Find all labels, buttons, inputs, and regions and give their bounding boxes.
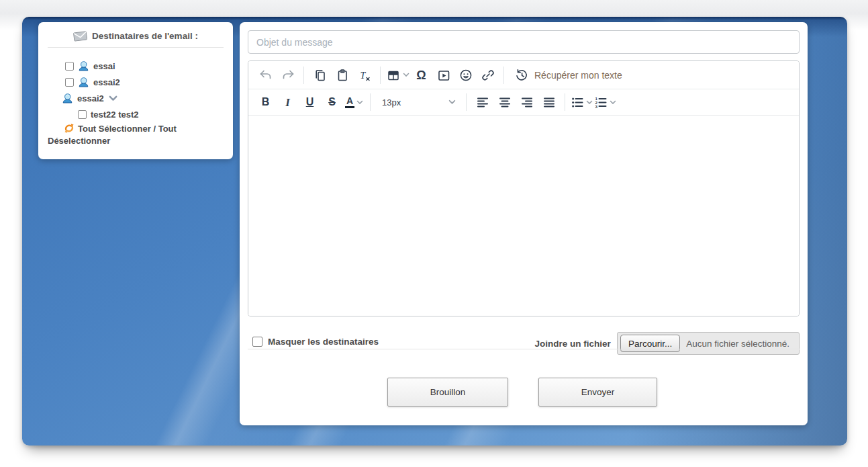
toolbar-separator: [466, 93, 467, 111]
omega-icon: Ω: [416, 69, 426, 81]
recipients-list: essai essai2 essai2 test22 test2: [38, 58, 233, 147]
editor-content-area[interactable]: [248, 116, 799, 316]
chevron-down-icon: [403, 73, 409, 77]
svg-text:3: 3: [595, 103, 598, 108]
font-color-icon: A: [345, 96, 354, 108]
recipient-checkbox[interactable]: [78, 110, 87, 119]
toolbar-separator: [303, 67, 304, 84]
recipient-group-label[interactable]: essai2: [77, 93, 104, 103]
recipients-divider: [48, 47, 224, 48]
align-center-icon: [498, 96, 512, 109]
underline-icon: U: [306, 97, 314, 108]
attach-file-group: Joindre un fichier Parcourir... Aucun fi…: [535, 332, 800, 355]
recipient-label[interactable]: essai: [93, 61, 115, 71]
numbered-list-icon: 1 2 3: [594, 96, 608, 109]
hide-recipients-control[interactable]: Masquer les destinataires: [252, 337, 379, 347]
chevron-down-icon[interactable]: [109, 95, 117, 101]
draft-button[interactable]: Brouillon: [387, 378, 508, 407]
font-size-value: 13px: [382, 97, 401, 108]
select-all-toggle[interactable]: Tout Sélectionner / Tout Déselectionner: [38, 122, 233, 147]
undo-icon: [258, 68, 273, 83]
recipient-row-essai2: essai2: [38, 74, 233, 90]
paste-icon: [335, 68, 350, 83]
envelope-icon: [73, 30, 88, 42]
actions-divider: [248, 349, 800, 349]
recipients-header: Destinataires de l'email :: [38, 31, 233, 41]
font-size-dropdown[interactable]: 13px: [375, 92, 461, 113]
align-center-button[interactable]: [494, 92, 515, 113]
toolbar-separator: [503, 67, 504, 84]
media-embed-button[interactable]: [433, 65, 454, 85]
send-button[interactable]: Envoyer: [538, 378, 657, 407]
user-icon: [78, 77, 89, 88]
remove-format-button[interactable]: T: [354, 65, 375, 85]
underline-button[interactable]: U: [299, 92, 320, 113]
font-color-button[interactable]: A: [344, 92, 365, 113]
strikethrough-icon: S: [328, 97, 336, 108]
hide-recipients-label: Masquer les destinataires: [268, 337, 379, 347]
emoji-icon: [459, 68, 473, 83]
link-icon: [481, 68, 495, 83]
bold-button[interactable]: B: [255, 92, 276, 113]
svg-text:T: T: [360, 70, 366, 80]
bulleted-list-button[interactable]: [571, 92, 593, 113]
redo-button[interactable]: [277, 65, 298, 85]
special-characters-button[interactable]: Ω: [411, 65, 432, 85]
italic-icon: I: [285, 97, 290, 108]
recipients-panel: Destinataires de l'email : essai essai2: [38, 22, 233, 159]
file-status-text: Aucun fichier sélectionné.: [680, 339, 796, 349]
align-right-icon: [520, 96, 534, 109]
sync-arrows-icon: [64, 123, 75, 134]
chevron-down-icon: [448, 99, 456, 105]
recover-text-button[interactable]: Récupérer mon texte: [509, 65, 628, 85]
toolbar-separator: [370, 93, 371, 111]
subject-input[interactable]: [248, 30, 800, 54]
numbered-list-button[interactable]: 1 2 3: [594, 92, 616, 113]
link-button[interactable]: [477, 65, 498, 85]
chevron-down-icon: [610, 100, 616, 105]
chevron-down-icon: [356, 100, 363, 105]
file-input[interactable]: Parcourir... Aucun fichier sélectionné.: [617, 332, 800, 355]
attach-file-label: Joindre un fichier: [535, 339, 611, 349]
strikethrough-button[interactable]: S: [322, 92, 342, 113]
emoji-button[interactable]: [455, 65, 476, 85]
recipient-subrow-test22: test22 test2: [38, 106, 233, 122]
remove-format-icon: T: [357, 68, 372, 83]
recipients-title: Destinataires de l'email :: [92, 31, 198, 41]
toolbar-separator: [565, 93, 565, 111]
align-justify-icon: [542, 96, 556, 109]
recover-text-label: Récupérer mon texte: [534, 70, 622, 81]
hide-recipients-checkbox[interactable]: [252, 337, 262, 347]
toolbar-separator: [380, 67, 381, 84]
rich-text-editor: T Ω: [248, 60, 800, 316]
user-icon: [62, 93, 73, 104]
align-right-button[interactable]: [516, 92, 537, 113]
insert-table-icon: [386, 68, 401, 83]
italic-button[interactable]: I: [277, 92, 298, 113]
recipient-group-row: essai2: [38, 90, 233, 106]
copy-button[interactable]: [309, 65, 330, 85]
editor-toolbar-row2: B I U S A 13px: [248, 89, 799, 116]
insert-table-button[interactable]: [386, 65, 409, 85]
chevron-down-icon: [586, 100, 593, 105]
history-icon: [514, 68, 529, 83]
copy-icon: [313, 68, 328, 83]
recipient-label[interactable]: test22 test2: [91, 110, 139, 120]
compose-panel: T Ω: [240, 22, 808, 425]
undo-button[interactable]: [255, 65, 276, 85]
recipient-checkbox[interactable]: [65, 78, 74, 87]
align-left-button[interactable]: [472, 92, 493, 113]
browse-button[interactable]: Parcourir...: [620, 335, 680, 352]
media-embed-icon: [436, 68, 451, 83]
align-left-icon: [476, 96, 489, 109]
user-icon: [78, 60, 89, 72]
recipient-checkbox[interactable]: [65, 62, 74, 71]
recipient-row-essai: essai: [38, 58, 233, 74]
paste-button[interactable]: [332, 65, 352, 85]
editor-toolbar-row1: T Ω: [248, 61, 799, 89]
redo-icon: [281, 68, 295, 83]
recipient-label[interactable]: essai2: [93, 77, 120, 87]
bulleted-list-icon: [571, 96, 584, 109]
bold-icon: B: [262, 97, 270, 108]
align-justify-button[interactable]: [538, 92, 559, 113]
